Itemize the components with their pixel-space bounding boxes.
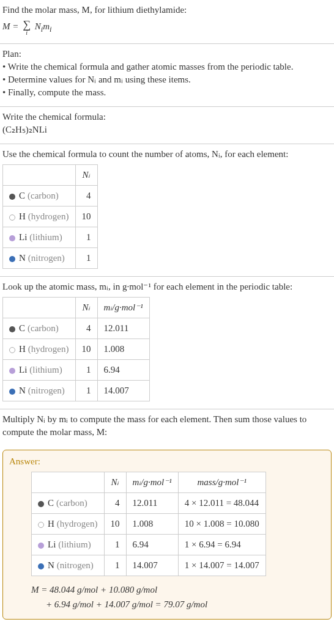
mi-value: 6.94 [126,535,178,555]
elem-symbol: C [19,323,25,333]
multiply-section: Multiply Nᵢ by mᵢ to compute the mass fo… [0,409,334,446]
chem-heading: Write the chemical formula: [2,111,332,123]
table-row: Li(lithium) 1 6.94 1 × 6.94 = 6.94 [32,535,266,555]
sigma-index: i [26,30,28,36]
nitrogen-swatch-icon [9,389,15,395]
multiply-text: Multiply Nᵢ by mᵢ to compute the mass fo… [2,413,332,439]
ni-value: 10 [104,514,126,535]
ni-value: 1 [75,227,97,248]
mass-header: mass/g·mol⁻¹ [178,472,265,493]
mi-header: mᵢ/g·mol⁻¹ [97,298,149,318]
atomic-mass-table: Nᵢ mᵢ/g·mol⁻¹ C(carbon) 4 12.011 H(hydro… [2,297,150,401]
ni-value: 1 [75,360,97,381]
plan-section: Plan: • Write the chemical formula and g… [0,44,334,107]
table-header-row: Nᵢ mᵢ/g·mol⁻¹ [3,298,150,318]
hydrogen-swatch-icon [9,214,15,221]
table-row: Li(lithium) 1 6.94 [3,360,150,381]
mi-value: 12.011 [97,318,149,339]
ni-header: Nᵢ [104,472,126,493]
molar-mass-formula: M = ∑ i Nimi [2,19,332,36]
elem-symbol: C [48,498,54,508]
elem-name: (carbon) [28,323,59,333]
chem-formula: (C₂H₅)₂NLi [2,123,332,136]
table-row: H(hydrogen) 10 1.008 10 × 1.008 = 10.080 [32,514,266,535]
plan-heading: Plan: [2,48,332,60]
ni-value: 1 [104,555,126,576]
table-row: N(nitrogen) 1 14.007 [3,381,150,401]
elem-symbol: C [19,191,25,200]
mi-value: 6.94 [97,360,149,381]
ni-header: Nᵢ [75,165,97,186]
answer-table: Nᵢ mᵢ/g·mol⁻¹ mass/g·mol⁻¹ C(carbon) 4 1… [31,472,266,576]
elem-symbol: H [19,211,26,221]
lithium-swatch-icon [9,235,15,241]
elem-name: (hydrogen) [57,519,98,529]
elem-symbol: N [48,560,54,570]
elem-name: (nitrogen) [28,253,65,263]
elem-name: (carbon) [56,498,87,508]
table-row: C(carbon) 4 12.011 [3,318,150,339]
table-row: Li(lithium) 1 [3,227,98,248]
elem-name: (hydrogen) [28,344,69,354]
chemical-formula-section: Write the chemical formula: (C₂H₅)₂NLi [0,107,334,144]
ni-header: Nᵢ [75,298,97,318]
elem-name: (lithium) [29,365,62,375]
nitrogen-swatch-icon [38,563,44,569]
elem-name: (carbon) [28,191,59,200]
mass-value: 4 × 12.011 = 48.044 [178,493,265,514]
mi-value: 1.008 [97,339,149,360]
carbon-swatch-icon [38,501,44,507]
ni-value: 1 [75,381,97,401]
table1-intro: Use the chemical formula to count the nu… [2,148,332,161]
elem-name: (nitrogen) [57,560,94,570]
lithium-swatch-icon [38,543,44,549]
atom-count-section: Use the chemical formula to count the nu… [0,144,334,277]
plan-item-3: • Finally, compute the mass. [2,86,332,99]
elem-symbol: H [19,344,26,354]
answer-box: Answer: Nᵢ mᵢ/g·mol⁻¹ mass/g·mol⁻¹ C(car… [2,450,332,620]
mi-value: 14.007 [97,381,149,401]
table-header-row: Nᵢ mᵢ/g·mol⁻¹ mass/g·mol⁻¹ [32,472,266,493]
mass-value: 1 × 14.007 = 14.007 [178,555,265,576]
sigma-icon: ∑ i [23,19,31,36]
ni-value: 4 [75,318,97,339]
blank-header [3,165,76,186]
final-line1: M = 48.044 g/mol + 10.080 g/mol [31,582,325,597]
elem-symbol: H [48,519,54,529]
elem-name: (nitrogen) [28,386,65,395]
sigma-symbol: ∑ [23,19,31,30]
table-row: C(carbon) 4 12.011 4 × 12.011 = 48.044 [32,493,266,514]
atomic-mass-section: Look up the atomic mass, mᵢ, in g·mol⁻¹ … [0,277,334,409]
elem-name: (lithium) [58,540,91,549]
intro-text: Find the molar mass, M, for lithium diet… [2,4,332,16]
ni-value: 1 [75,248,97,269]
carbon-swatch-icon [9,326,15,332]
table-row: N(nitrogen) 1 14.007 1 × 14.007 = 14.007 [32,555,266,576]
atom-count-table: Nᵢ C(carbon) 4 H(hydrogen) 10 Li(lithium… [2,164,98,269]
ni-value: 10 [75,207,97,227]
blank-header [3,298,76,318]
final-equation: M = 48.044 g/mol + 10.080 g/mol + 6.94 g… [31,582,325,612]
nitrogen-swatch-icon [9,256,15,262]
table-header-row: Nᵢ [3,165,98,186]
carbon-swatch-icon [9,194,15,200]
ni-value: 4 [104,493,126,514]
elem-symbol: N [19,253,26,263]
elem-symbol: Li [19,232,27,242]
hydrogen-swatch-icon [38,522,44,528]
intro-section: Find the molar mass, M, for lithium diet… [0,0,334,44]
mi-value: 14.007 [126,555,178,576]
formula-lhs: M = [2,21,21,31]
mass-value: 10 × 1.008 = 10.080 [178,514,265,535]
ni-value: 10 [75,339,97,360]
table-row: H(hydrogen) 10 [3,207,98,227]
lithium-swatch-icon [9,368,15,374]
plan-item-2: • Determine values for Nᵢ and mᵢ using t… [2,73,332,86]
elem-symbol: Li [19,365,27,375]
blank-header [32,472,105,493]
elem-name: (lithium) [29,232,62,242]
table-row: C(carbon) 4 [3,186,98,207]
answer-content: Nᵢ mᵢ/g·mol⁻¹ mass/g·mol⁻¹ C(carbon) 4 1… [9,472,325,612]
ni-value: 4 [75,186,97,207]
elem-symbol: N [19,386,26,395]
